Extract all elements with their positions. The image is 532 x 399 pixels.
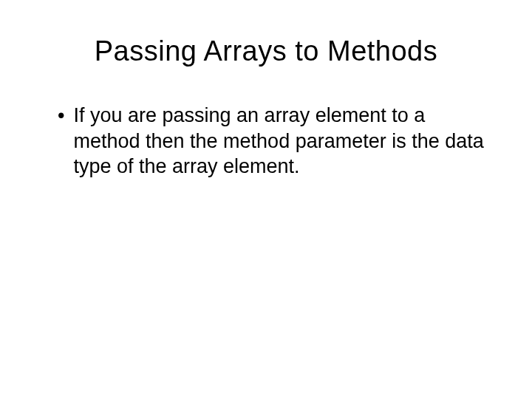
slide-content: • If you are passing an array element to… [44,103,488,180]
bullet-marker: • [58,103,64,129]
bullet-text: If you are passing an array element to a… [73,103,488,180]
slide-title: Passing Arrays to Methods [44,35,488,67]
bullet-item: • If you are passing an array element to… [58,103,488,180]
slide-container: Passing Arrays to Methods • If you are p… [0,0,532,399]
